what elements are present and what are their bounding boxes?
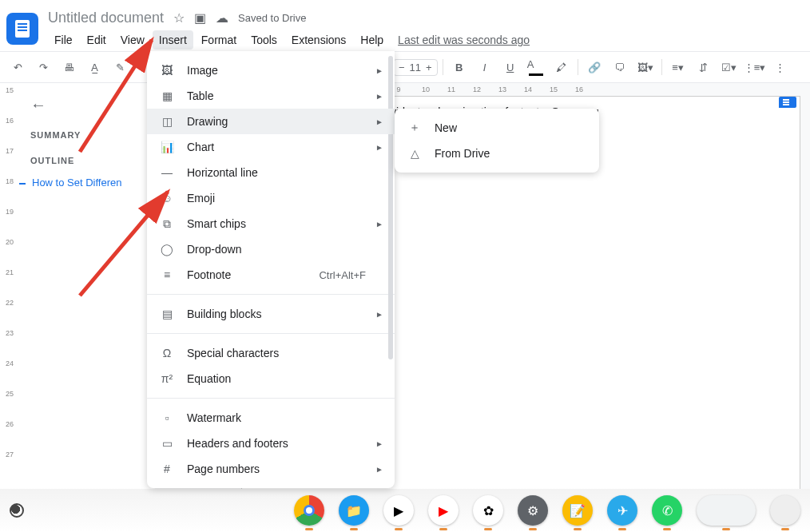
menu-label: Drop-down (187, 243, 241, 256)
saved-status: Saved to Drive (238, 12, 306, 24)
menu-help[interactable]: Help (354, 30, 390, 50)
menu-label: Page numbers (187, 463, 260, 475)
submenu-arrow-icon: ► (375, 92, 383, 101)
dock-photos[interactable]: ✿ (473, 495, 503, 526)
menu-tools[interactable]: Tools (244, 30, 284, 50)
dock-telegram[interactable]: ✈ (607, 495, 637, 526)
insert-menu-dropdown: 🖼Image►▦Table►◫Drawing►📊Chart►—Horizonta… (147, 51, 395, 488)
submenu-arrow-icon: ► (375, 66, 383, 75)
insert-page-numbers[interactable]: #Page numbers► (147, 456, 395, 482)
submenu-arrow-icon: ► (375, 310, 383, 319)
menu-label: Watermark (187, 411, 241, 424)
insert-emoji[interactable]: ☺Emoji (147, 185, 395, 211)
highlight-button[interactable]: 🖍 (550, 56, 573, 78)
insert-link-button[interactable]: 🔗 (583, 56, 606, 78)
insert-building-blocks[interactable]: ▤Building blocks► (147, 301, 395, 327)
star-icon[interactable]: ☆ (173, 10, 185, 26)
equation-icon: π² (160, 371, 174, 386)
add-comment-button[interactable]: 🗨 (609, 56, 631, 78)
menu-label: Table (187, 89, 213, 102)
taskbar: 📁 ▶ ▶ ✿ ⚙ 📝 ✈ ✆ (0, 489, 810, 532)
insert-drawing[interactable]: ◫Drawing► (147, 109, 395, 134)
new-icon: ＋ (407, 121, 422, 135)
insert-chart[interactable]: 📊Chart► (147, 134, 395, 160)
align-button[interactable]: ≡▾ (667, 56, 689, 78)
insert-footnote[interactable]: ≡FootnoteCtrl+Alt+F (147, 262, 395, 288)
drawing-from-drive[interactable]: △From Drive (395, 141, 599, 166)
menu-label: Horizontal line (187, 166, 258, 179)
menu-format[interactable]: Format (195, 30, 243, 50)
menu-label: Image (187, 64, 218, 77)
redo-button[interactable]: ↷ (32, 56, 54, 78)
dock-settings[interactable]: ⚙ (518, 495, 548, 526)
dock-keep[interactable]: 📝 (562, 495, 593, 526)
menu-label: Drawing (187, 115, 228, 128)
insert-drop-down[interactable]: ◯Drop-down (147, 236, 395, 262)
undo-button[interactable]: ↶ (6, 56, 29, 78)
from-drive-icon: △ (407, 146, 422, 161)
insert-equation[interactable]: π²Equation (147, 366, 395, 391)
insert-smart-chips[interactable]: ⧉Smart chips► (147, 211, 395, 236)
dock-play[interactable]: ▶ (383, 495, 414, 526)
special-characters-icon: Ω (160, 346, 174, 360)
menu-label: Building blocks (187, 308, 261, 320)
submenu-arrow-icon: ► (375, 143, 383, 152)
menu-label: Emoji (187, 192, 215, 204)
italic-button[interactable]: I (474, 56, 496, 78)
menu-label: Equation (187, 372, 231, 385)
svg-line-1 (80, 192, 168, 296)
menu-label: Headers and footers (187, 437, 288, 450)
insert-image[interactable]: 🖼Image► (147, 58, 395, 83)
insert-table[interactable]: ▦Table► (147, 83, 395, 109)
drawing-submenu: ＋New△From Drive (395, 109, 599, 173)
more-button[interactable]: ⋮ (769, 56, 792, 78)
tray-icon[interactable] (10, 503, 24, 518)
text-color-button[interactable]: A (525, 56, 547, 78)
checklist-button[interactable]: ☑▾ (718, 56, 741, 78)
line-spacing-button[interactable]: ⇵ (693, 56, 715, 78)
submenu-arrow-icon: ► (375, 117, 383, 126)
menu-label: Footnote (187, 268, 231, 281)
submenu-arrow-icon: ► (375, 220, 383, 228)
watermark-icon: ▫ (160, 411, 174, 425)
page-numbers-icon: # (160, 462, 174, 476)
dock-pill-app[interactable] (697, 495, 756, 526)
cloud-saved-icon: ☁ (216, 10, 228, 26)
font-size-input[interactable]: −11+ (393, 59, 438, 76)
headers-and-footers-icon: ▭ (160, 436, 174, 451)
underline-button[interactable]: U (499, 56, 522, 78)
dock-app[interactable] (770, 495, 800, 526)
last-edit-link[interactable]: Last edit was seconds ago (398, 34, 530, 46)
docs-logo[interactable] (6, 13, 38, 45)
move-icon[interactable]: ▣ (194, 10, 206, 26)
menu-label: Smart chips (187, 217, 246, 230)
building-blocks-icon: ▤ (160, 307, 174, 321)
drawing-new[interactable]: ＋New (395, 115, 599, 141)
bulleted-list-button[interactable]: ⋮≡▾ (744, 56, 766, 78)
insert-special-characters[interactable]: ΩSpecial characters (147, 340, 395, 366)
tab-stop-marker[interactable] (779, 97, 796, 108)
submenu-arrow-icon: ► (375, 465, 383, 474)
menu-label: Chart (187, 141, 214, 153)
menu-label: Special characters (187, 347, 279, 359)
dock-whatsapp[interactable]: ✆ (652, 495, 682, 526)
submenu-arrow-icon: ► (375, 439, 383, 448)
insert-image-button[interactable]: 🖼▾ (634, 56, 657, 78)
insert-watermark[interactable]: ▫Watermark (147, 405, 395, 431)
dock-chrome[interactable] (294, 495, 324, 526)
bold-button[interactable]: B (448, 56, 471, 78)
dock-youtube[interactable]: ▶ (428, 495, 459, 526)
insert-headers-and-footers[interactable]: ▭Headers and footers► (147, 431, 395, 456)
insert-horizontal-line[interactable]: —Horizontal line (147, 160, 395, 185)
doc-title[interactable]: Untitled document (48, 10, 164, 26)
dock-files[interactable]: 📁 (339, 495, 369, 526)
svg-line-0 (80, 40, 152, 152)
vertical-ruler: 15161718192021222324252627 (0, 83, 19, 489)
menu-extensions[interactable]: Extensions (285, 30, 352, 50)
